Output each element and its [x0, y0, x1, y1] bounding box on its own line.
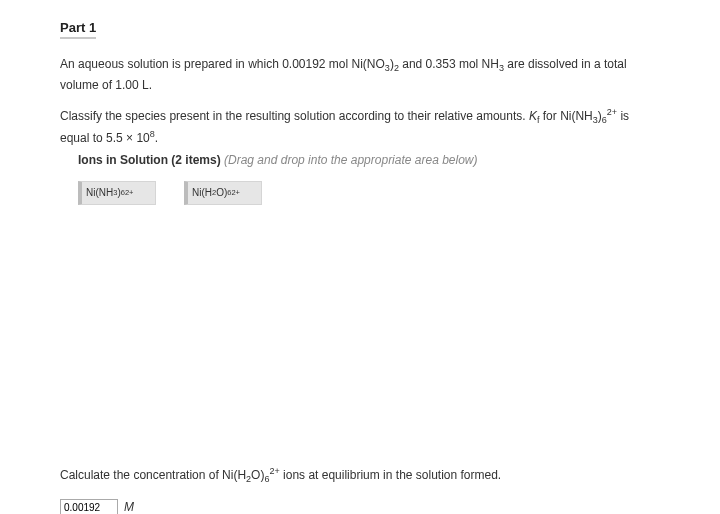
drag-item-ni-h2o[interactable]: Ni(H2O)62+ [184, 181, 262, 205]
problem-statement-1: An aqueous solution is prepared in which… [60, 55, 660, 94]
kf-symbol: K [529, 109, 537, 123]
unit-label: M [124, 500, 134, 514]
text: Ni(H [192, 187, 212, 198]
text: ions at equilibrium in the solution form… [280, 468, 501, 482]
text: for Ni(NH [539, 109, 592, 123]
sup: 2+ [269, 466, 279, 476]
text: Classify the species present in the resu… [60, 109, 529, 123]
text: Calculate the concentration of Ni(H [60, 468, 246, 482]
problem-statement-2: Classify the species present in the resu… [60, 106, 660, 169]
sup: 2+ [607, 107, 617, 117]
drag-item-ni-nh3[interactable]: Ni(NH3)62+ [78, 181, 156, 205]
drag-items-row: Ni(NH3)62+ Ni(H2O)62+ [78, 181, 660, 205]
text: and 0.353 mol NH [399, 57, 499, 71]
text: O) [216, 187, 227, 198]
text: An aqueous solution is prepared in which… [60, 57, 385, 71]
concentration-input[interactable] [60, 499, 118, 514]
part-title: Part 1 [60, 20, 96, 39]
text: Ni(NH [86, 187, 113, 198]
text: O) [251, 468, 264, 482]
ions-section-label: Ions in Solution (2 items) [78, 153, 221, 167]
sup: 2+ [125, 188, 134, 197]
drag-hint: (Drag and drop into the appropriate area… [224, 153, 478, 167]
calc-prompt: Calculate the concentration of Ni(H2O)62… [60, 465, 660, 487]
answer-row: M [60, 499, 660, 514]
sup: 2+ [231, 188, 240, 197]
text: . [155, 131, 158, 145]
